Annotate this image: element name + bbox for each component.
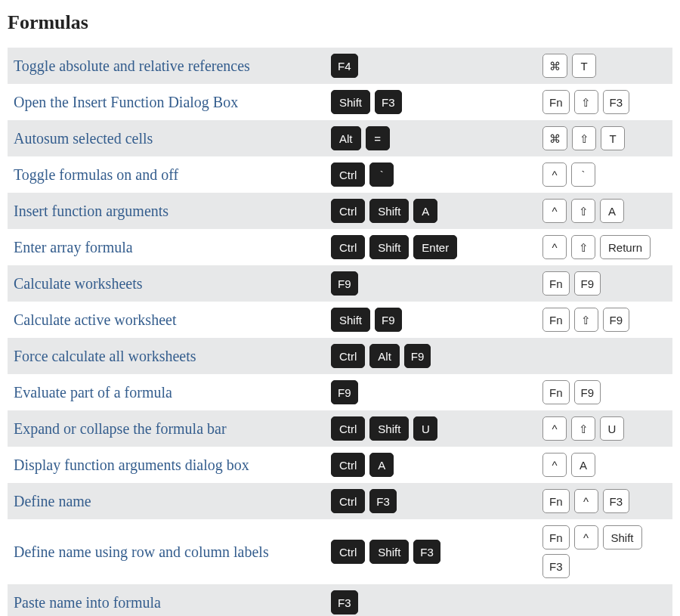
shortcut-row: Autosum selected cellsAlt=⌘⇧T [8, 120, 672, 156]
shortcut-row: Display function arguments dialog boxCtr… [8, 447, 672, 483]
key-win: Shift [369, 416, 409, 441]
key-win: F9 [331, 271, 358, 296]
shortcut-row: Paste name into formulaF3 [8, 584, 672, 616]
windows-shortcut: ShiftF9 [331, 308, 542, 332]
key-win: = [366, 126, 390, 150]
key-win: F3 [331, 590, 358, 614]
mac-shortcut: Fn^ShiftF3 [542, 525, 666, 578]
mac-shortcut: FnF9 [542, 380, 666, 404]
windows-shortcut: ShiftF3 [331, 90, 542, 114]
key-mac: F3 [603, 90, 630, 114]
key-mac: ⌘ [542, 54, 567, 78]
shortcut-row: Force calculate all worksheetsCtrlAltF9 [8, 338, 672, 374]
key-mac: ^ [542, 235, 567, 259]
windows-shortcut: CtrlShiftA [331, 199, 542, 223]
key-mac: ^ [542, 199, 567, 223]
key-mac: ⇧ [574, 308, 598, 332]
mac-shortcut: ⌘⇧T [542, 126, 666, 150]
shortcut-description-link[interactable]: Toggle absolute and relative references [14, 57, 331, 75]
shortcut-row: Define nameCtrlF3Fn^F3 [8, 483, 672, 519]
key-win: Shift [369, 199, 409, 223]
key-win: F9 [375, 308, 402, 332]
shortcut-row: Evaluate part of a formulaF9FnF9 [8, 374, 672, 410]
key-mac: ^ [542, 453, 567, 477]
key-win: F3 [413, 540, 440, 564]
key-win: Ctrl [331, 344, 365, 368]
key-win: Ctrl [331, 416, 365, 441]
key-mac: T [572, 54, 596, 78]
key-mac: Fn [542, 489, 570, 513]
key-mac: A [600, 199, 624, 223]
shortcut-description-link[interactable]: Paste name into formula [14, 594, 331, 611]
key-mac: Fn [542, 308, 570, 332]
shortcut-row: Calculate active worksheetShiftF9Fn⇧F9 [8, 302, 672, 338]
shortcut-row: Toggle formulas on and offCtrl`^` [8, 156, 672, 193]
key-win: Ctrl [331, 163, 365, 187]
windows-shortcut: F9 [331, 380, 542, 404]
key-win: Shift [369, 540, 409, 564]
key-mac: ⇧ [571, 235, 595, 259]
key-win: Shift [331, 90, 370, 114]
key-mac: ⇧ [574, 90, 598, 114]
shortcut-description-link[interactable]: Calculate active worksheet [14, 311, 331, 329]
key-win: A [413, 199, 437, 223]
key-mac: ⇧ [572, 126, 596, 150]
windows-shortcut: CtrlShiftU [331, 416, 542, 441]
shortcut-description-link[interactable]: Calculate worksheets [14, 275, 331, 293]
shortcut-description-link[interactable]: Expand or collapse the formula bar [14, 420, 331, 438]
key-mac: A [571, 453, 595, 477]
shortcut-row: Calculate worksheetsF9FnF9 [8, 265, 672, 302]
mac-shortcut: Fn^F3 [542, 489, 666, 513]
shortcut-row: Open the Insert Function Dialog BoxShift… [8, 84, 672, 120]
key-mac: Fn [542, 271, 570, 296]
shortcut-description-link[interactable]: Toggle formulas on and off [14, 166, 331, 184]
shortcut-description-link[interactable]: Enter array formula [14, 239, 331, 256]
shortcut-description-link[interactable]: Force calculate all worksheets [14, 348, 331, 365]
mac-shortcut: ^A [542, 453, 666, 477]
key-win: Ctrl [331, 235, 365, 259]
key-mac: ^ [574, 489, 598, 513]
windows-shortcut: F9 [331, 271, 542, 296]
key-mac: ⇧ [571, 199, 595, 223]
windows-shortcut: Alt= [331, 126, 542, 150]
key-win: Ctrl [331, 540, 365, 564]
key-mac: F3 [603, 489, 630, 513]
key-mac: F9 [574, 271, 601, 296]
shortcut-description-link[interactable]: Define name using row and column labels [14, 543, 331, 561]
key-win: U [413, 416, 437, 441]
key-win: F3 [375, 90, 402, 114]
shortcut-description-link[interactable]: Evaluate part of a formula [14, 384, 331, 401]
windows-shortcut: Ctrl` [331, 163, 542, 187]
mac-shortcut: ⌘T [542, 54, 666, 78]
key-win: F9 [331, 380, 358, 404]
key-win: F3 [369, 489, 397, 513]
key-mac: ⌘ [542, 126, 567, 150]
windows-shortcut: CtrlShiftF3 [331, 540, 542, 564]
shortcut-row: Toggle absolute and relative referencesF… [8, 48, 672, 84]
shortcut-row: Insert function argumentsCtrlShiftA^⇧A [8, 193, 672, 229]
mac-shortcut: ^⇧Return [542, 235, 666, 259]
key-win: Ctrl [331, 199, 365, 223]
mac-shortcut: ^⇧U [542, 416, 666, 441]
key-mac: ` [571, 163, 595, 187]
windows-shortcut: CtrlA [331, 453, 542, 477]
shortcut-row: Enter array formulaCtrlShiftEnter^⇧Retur… [8, 229, 672, 265]
mac-shortcut: Fn⇧F9 [542, 308, 666, 332]
shortcut-row: Expand or collapse the formula barCtrlSh… [8, 410, 672, 447]
shortcut-description-link[interactable]: Open the Insert Function Dialog Box [14, 94, 331, 111]
windows-shortcut: CtrlF3 [331, 489, 542, 513]
key-mac: Fn [542, 380, 570, 404]
shortcut-description-link[interactable]: Autosum selected cells [14, 130, 331, 147]
key-mac: Shift [603, 525, 642, 549]
key-mac: F9 [574, 380, 601, 404]
shortcut-description-link[interactable]: Insert function arguments [14, 203, 331, 220]
shortcut-description-link[interactable]: Display function arguments dialog box [14, 457, 331, 474]
key-win: Enter [413, 235, 457, 259]
shortcut-description-link[interactable]: Define name [14, 493, 331, 510]
windows-shortcut: CtrlShiftEnter [331, 235, 542, 259]
mac-shortcut: ^⇧A [542, 199, 666, 223]
key-mac: T [601, 126, 625, 150]
key-win: F4 [331, 54, 358, 78]
key-mac: ⇧ [571, 416, 595, 441]
key-win: Shift [331, 308, 370, 332]
